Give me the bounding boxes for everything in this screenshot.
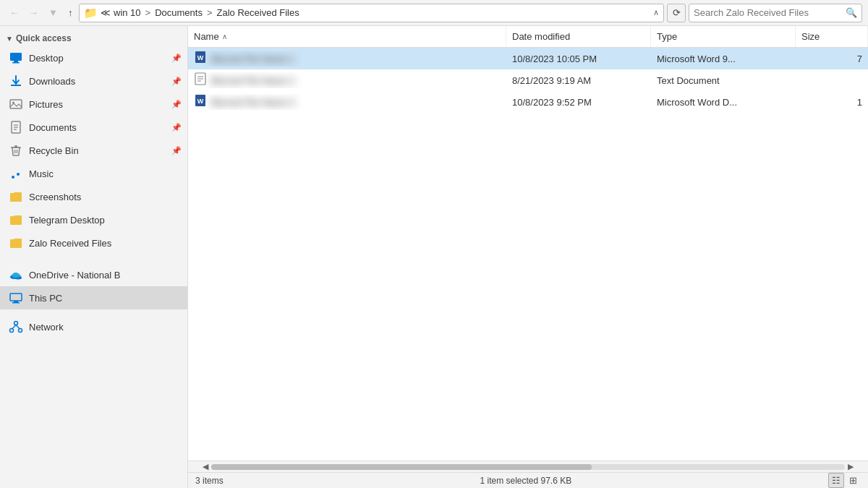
- sidebar-item-music[interactable]: Music: [0, 162, 187, 185]
- quick-access-header[interactable]: ▼ Quick access: [0, 29, 187, 46]
- col-date-label: Date modified: [512, 31, 570, 42]
- file-name-cell-2: Blurred File Name 2: [188, 72, 506, 88]
- col-header-size[interactable]: Size: [796, 26, 868, 47]
- sidebar-documents-label: Documents: [29, 122, 166, 133]
- file-area: Name ∧ Date modified Type Size: [188, 26, 868, 488]
- table-row[interactable]: W Blurred File Name 1 10/8/2023 10:05 PM…: [188, 48, 868, 69]
- sidebar-item-downloads[interactable]: Downloads 📌: [0, 69, 187, 93]
- address-bar[interactable]: 📁 ≪ win 10 > Documents > Zalo Received F…: [79, 4, 664, 22]
- svg-line-24: [16, 325, 20, 329]
- view-icons: ☷ ⊞: [828, 473, 861, 488]
- file-list-body: W Blurred File Name 1 10/8/2023 10:05 PM…: [188, 48, 868, 461]
- svg-point-20: [14, 322, 18, 325]
- sidebar-item-telegram[interactable]: Telegram Desktop: [0, 208, 187, 231]
- sidebar-item-zalo[interactable]: Zalo Received Files: [0, 231, 187, 254]
- view-grid-button[interactable]: ⊞: [846, 473, 861, 488]
- file-type-cell-3: Microsoft Word D...: [651, 97, 796, 108]
- sidebar-item-pictures[interactable]: Pictures 📌: [0, 93, 187, 116]
- svg-text:W: W: [197, 98, 204, 105]
- file-date-cell-3: 10/8/2023 9:52 PM: [506, 97, 651, 108]
- path-zalo: Zalo Received Files: [217, 7, 299, 18]
- search-bar[interactable]: 🔍: [689, 4, 862, 22]
- telegram-folder-icon: [9, 213, 23, 227]
- svg-point-16: [12, 273, 20, 278]
- col-name-label: Name: [194, 31, 219, 42]
- view-details-button[interactable]: ☷: [828, 473, 844, 488]
- sidebar-network-label: Network: [29, 322, 182, 333]
- file-name-text-2: Blurred File Name 2: [211, 75, 295, 86]
- sidebar-item-thispc[interactable]: This PC: [0, 286, 187, 309]
- sidebar-thispc-label: This PC: [29, 293, 182, 304]
- title-bar: ← → ▼ ↑ 📁 ≪ win 10 > Documents > Zalo Re…: [0, 0, 868, 26]
- main-layout: ▼ Quick access Desktop 📌 Downloads: [0, 26, 868, 488]
- forward-button[interactable]: →: [25, 5, 42, 20]
- path-prefix: ≪ win 10: [101, 7, 140, 18]
- path-documents: Documents: [155, 7, 203, 18]
- svg-rect-19: [12, 302, 20, 304]
- recyclebin-icon: [9, 143, 23, 158]
- sidebar-telegram-label: Telegram Desktop: [29, 215, 182, 226]
- music-icon: [9, 166, 23, 181]
- scroll-track[interactable]: [211, 464, 845, 470]
- svg-point-21: [10, 329, 14, 333]
- scroll-right-arrow[interactable]: ▶: [845, 462, 856, 471]
- thispc-icon: [9, 291, 23, 305]
- sidebar-item-screenshots[interactable]: Screenshots: [0, 185, 187, 208]
- sidebar-item-recyclebin[interactable]: Recycle Bin 📌: [0, 139, 187, 162]
- downloads-pin-icon: 📌: [171, 77, 182, 86]
- recyclebin-pin-icon: 📌: [171, 146, 182, 155]
- scroll-thumb[interactable]: [211, 464, 592, 470]
- zalo-folder-icon: [9, 236, 23, 250]
- sidebar-item-documents[interactable]: Documents 📌: [0, 116, 187, 139]
- path-sep2: >: [207, 7, 213, 18]
- table-row[interactable]: W Blurred File Name 3 10/8/2023 9:52 PM …: [188, 91, 868, 113]
- file-date-cell-2: 8/21/2023 9:19 AM: [506, 75, 651, 86]
- svg-line-23: [12, 325, 16, 329]
- status-item-count: 3 items: [195, 476, 224, 486]
- file-name-text-1: Blurred File Name 1: [211, 53, 295, 64]
- back-button[interactable]: ←: [6, 5, 22, 20]
- svg-point-22: [19, 329, 22, 333]
- up-button[interactable]: ↑: [64, 5, 77, 20]
- word-file-icon-1: W: [194, 51, 207, 67]
- sidebar-pictures-label: Pictures: [29, 99, 166, 110]
- col-header-date[interactable]: Date modified: [506, 26, 651, 47]
- desktop-icon: [9, 51, 23, 65]
- horizontal-scrollbar[interactable]: ◀ ▶: [188, 461, 868, 472]
- scroll-left-arrow[interactable]: ◀: [200, 462, 211, 471]
- refresh-button[interactable]: ⟳: [667, 4, 686, 22]
- table-row[interactable]: Blurred File Name 2 8/21/2023 9:19 AM Te…: [188, 69, 868, 91]
- address-bar-right: ⟳: [667, 4, 686, 22]
- sidebar-item-network[interactable]: Network: [0, 315, 187, 338]
- col-header-name[interactable]: Name ∧: [188, 26, 506, 47]
- svg-rect-2: [12, 62, 20, 64]
- col-header-type[interactable]: Type: [651, 26, 796, 47]
- desktop-pin-icon: 📌: [171, 53, 182, 63]
- file-type-cell-2: Text Document: [651, 75, 796, 86]
- file-name-text-3: Blurred File Name 3: [211, 97, 295, 108]
- svg-rect-18: [14, 301, 18, 302]
- pictures-icon: [9, 97, 23, 111]
- search-input[interactable]: [694, 7, 843, 18]
- svg-rect-17: [10, 294, 22, 301]
- sidebar-item-onedrive[interactable]: OneDrive - National B: [0, 263, 187, 286]
- sidebar-music-label: Music: [29, 168, 182, 179]
- path-sep1: >: [145, 7, 151, 18]
- file-date-cell-1: 10/8/2023 10:05 PM: [506, 53, 651, 64]
- quick-access-label: Quick access: [16, 33, 72, 43]
- sidebar-onedrive-label: OneDrive - National B: [29, 270, 182, 281]
- svg-rect-3: [11, 85, 21, 86]
- onedrive-icon: [9, 267, 23, 282]
- sidebar-zalo-label: Zalo Received Files: [29, 238, 182, 249]
- col-size-label: Size: [801, 31, 820, 42]
- recent-button[interactable]: ▼: [45, 5, 61, 20]
- status-selection-info: 1 item selected 97.6 KB: [480, 476, 571, 486]
- file-name-cell-3: W Blurred File Name 3: [188, 94, 506, 110]
- col-type-label: Type: [657, 31, 677, 42]
- file-size-cell-1: 7: [796, 53, 868, 64]
- sidebar-recyclebin-label: Recycle Bin: [29, 145, 166, 156]
- file-list-header: Name ∧ Date modified Type Size: [188, 26, 868, 48]
- sidebar-desktop-label: Desktop: [29, 53, 166, 64]
- downloads-icon: [9, 74, 23, 88]
- sidebar-item-desktop[interactable]: Desktop 📌: [0, 46, 187, 69]
